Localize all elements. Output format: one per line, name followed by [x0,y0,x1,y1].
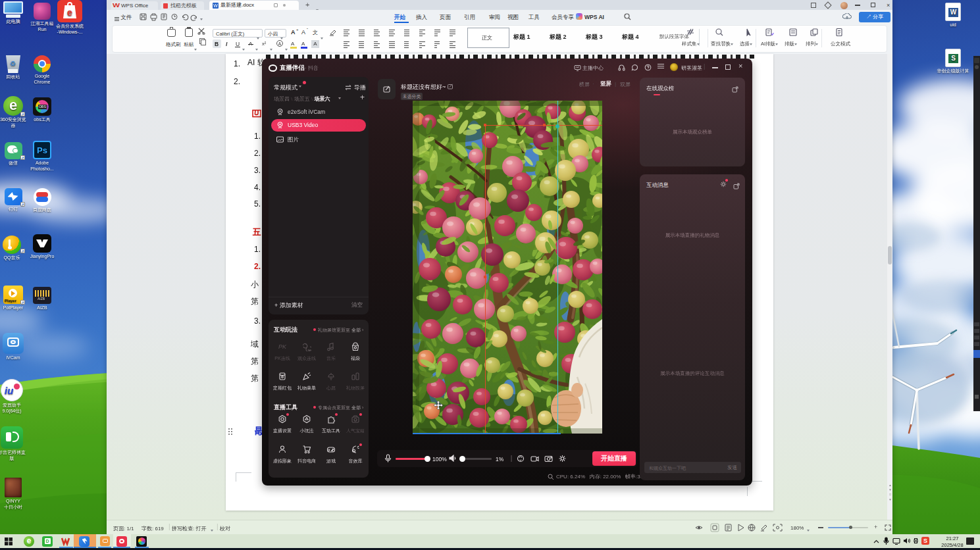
svg-text:PK: PK [278,343,287,350]
